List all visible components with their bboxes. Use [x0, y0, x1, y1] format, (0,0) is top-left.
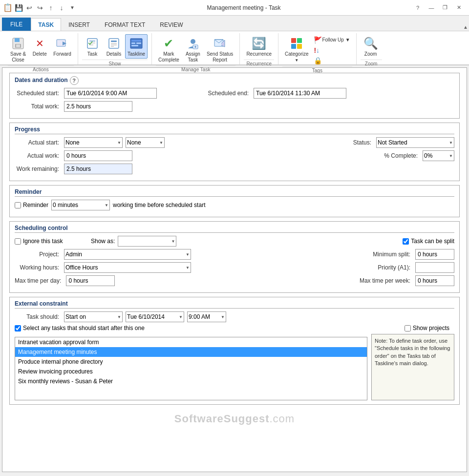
undo-quick-icon[interactable]: ↩	[25, 4, 33, 12]
work-remaining-input[interactable]	[64, 164, 132, 174]
percent-complete-wrapper: 0% 25% 50% 75% 100%	[423, 150, 454, 161]
recurrence-button[interactable]: 🔄 Recurrence	[244, 34, 274, 59]
delete-button[interactable]: ✕ Delete	[29, 34, 50, 59]
show-as-select[interactable]	[118, 236, 176, 247]
zoom-button[interactable]: 🔍 Zoom	[361, 34, 381, 59]
recurrence-label: Recurrence	[246, 51, 272, 57]
more-quick-icon[interactable]: ▼	[68, 4, 76, 12]
help-btn[interactable]: ?	[411, 3, 424, 13]
minimum-split-input[interactable]	[415, 249, 454, 260]
task-list-item[interactable]: Intranet vacation approval form	[15, 337, 367, 347]
show-projects-label[interactable]: Show projects	[405, 325, 449, 331]
task-can-be-split-label[interactable]: Task can be split	[403, 238, 454, 245]
constraint-date-wrapper: Tue 6/10/2014	[126, 311, 184, 322]
redo-quick-icon[interactable]: ↪	[36, 4, 44, 12]
scheduled-end-input[interactable]	[254, 88, 346, 99]
total-work-input[interactable]	[64, 101, 132, 112]
reminder-checkbox-label[interactable]: Reminder	[15, 202, 48, 208]
priority-label: Priority (A1):	[363, 264, 412, 271]
zoom-icon: 🔍	[363, 36, 379, 51]
restore-btn[interactable]: ❐	[439, 3, 451, 13]
assign-task-button[interactable]: Assign Task	[183, 34, 203, 64]
tab-format-text[interactable]: FORMAT TEXT	[97, 18, 152, 31]
delete-icon: ✕	[32, 36, 47, 51]
total-work-row: Total work:	[15, 101, 454, 112]
task-list-item[interactable]: Review invoicing procedures	[15, 367, 367, 376]
details-button[interactable]: Details	[104, 34, 124, 59]
max-time-per-day-input[interactable]	[66, 275, 115, 286]
status-select-wrapper: Not Started In Progress Completed Waitin…	[376, 137, 454, 148]
show-as-wrapper	[118, 236, 176, 247]
tab-review[interactable]: REVIEW	[152, 18, 190, 31]
work-remaining-label: Work remaining:	[15, 166, 61, 172]
show-as-label: Show as:	[91, 238, 115, 245]
constraint-time-wrapper: 9:00 AM	[187, 311, 226, 322]
working-hours-wrapper: Office Hours	[64, 262, 191, 273]
tab-task[interactable]: TASK	[31, 18, 61, 31]
task-view-button[interactable]: Task	[82, 34, 103, 59]
select-tasks-text: Select any tasks that should start after…	[23, 325, 145, 331]
minimum-split-label: Minimum split:	[363, 251, 412, 258]
ribbon-group-tags: Categorize▼ 🚩 Follow Up ▼ ! ↓ 🔒 Tags	[278, 33, 357, 64]
working-hours-select[interactable]: Office Hours	[64, 262, 191, 273]
max-time-per-day-label: Max time per day:	[15, 277, 63, 284]
select-tasks-label[interactable]: Select any tasks that should start after…	[15, 325, 145, 331]
scheduled-start-input[interactable]	[64, 88, 157, 99]
show-projects-checkbox[interactable]	[405, 325, 411, 331]
reminder-time-select[interactable]: 0 minutes 15 minutes 30 minutes 1 hour	[51, 200, 110, 210]
constraint-date-select[interactable]: Tue 6/10/2014	[126, 311, 184, 322]
bottom-section: Intranet vacation approval form Manageme…	[15, 334, 454, 400]
tab-insert[interactable]: INSERT	[61, 18, 97, 31]
project-select[interactable]: Admin	[64, 249, 191, 260]
task-list-item[interactable]: Management meeting minutes	[15, 347, 367, 357]
up-quick-icon[interactable]: ↑	[47, 4, 55, 12]
max-time-per-week-input[interactable]	[415, 275, 454, 286]
follow-up-button[interactable]: 🚩 Follow Up ▼	[312, 35, 352, 45]
taskline-button[interactable]: Taskline	[125, 34, 148, 59]
svg-rect-18	[136, 42, 141, 44]
constraint-time-select[interactable]: 9:00 AM	[187, 311, 226, 322]
actual-work-input[interactable]	[64, 150, 132, 161]
task-list-item[interactable]: Produce internal phone directory	[15, 357, 367, 367]
svg-rect-27	[297, 38, 302, 43]
lock-button[interactable]: 🔒	[312, 56, 352, 65]
scheduled-end-label: Scheduled end:	[202, 90, 251, 97]
assign-task-label: Assign Task	[186, 51, 200, 63]
percent-complete-select[interactable]: 0% 25% 50% 75% 100%	[423, 150, 454, 161]
svg-rect-29	[297, 44, 302, 49]
down-quick-icon[interactable]: ↓	[58, 4, 65, 12]
categorize-button[interactable]: Categorize▼	[282, 34, 311, 64]
minimize-btn[interactable]: —	[425, 3, 438, 13]
save-quick-icon[interactable]: 💾	[15, 4, 22, 12]
scheduled-start-row: Scheduled start: Scheduled end:	[15, 88, 454, 99]
select-tasks-checkbox[interactable]	[15, 325, 21, 331]
dates-help-icon[interactable]: ?	[70, 76, 79, 85]
task-can-be-split-text: Task can be split	[411, 238, 454, 245]
task-list-item[interactable]: Six monthly reviews - Susan & Peter	[15, 376, 367, 386]
reminder-checkbox[interactable]	[15, 202, 21, 208]
priority-input[interactable]	[415, 262, 454, 273]
reminder-time-wrapper: 0 minutes 15 minutes 30 minutes 1 hour	[51, 200, 110, 210]
svg-rect-3	[16, 44, 20, 47]
task-can-be-split-checkbox[interactable]	[403, 238, 409, 245]
title-bar: 📋 💾 ↩ ↪ ↑ ↓ ▼ Management meeting - Task …	[0, 0, 469, 16]
importance-button[interactable]: ! ↓	[312, 45, 352, 55]
forward-button[interactable]: Forward	[51, 34, 74, 59]
project-wrapper: Admin	[64, 249, 191, 260]
ribbon-collapse-btn[interactable]: ▲	[462, 23, 469, 31]
mark-complete-button[interactable]: ✔ Mark Complete	[156, 34, 182, 64]
ignore-task-label[interactable]: Ignore this task	[15, 238, 78, 245]
actual-start-select1[interactable]: None	[64, 137, 123, 148]
follow-up-label: Follow Up ▼	[322, 37, 350, 43]
tab-file[interactable]: FILE	[2, 18, 31, 31]
send-status-button[interactable]: Send Status Report	[204, 34, 235, 64]
actual-start-select2[interactable]: None	[126, 137, 165, 148]
status-select[interactable]: Not Started In Progress Completed Waitin…	[376, 137, 454, 148]
ignore-task-checkbox[interactable]	[15, 238, 21, 245]
ribbon-group-zoom: 🔍 Zoom Zoom	[357, 33, 386, 64]
close-btn[interactable]: ✕	[452, 3, 465, 13]
save-close-button[interactable]: Save & Close	[8, 34, 28, 64]
taskline-icon	[128, 36, 144, 51]
ribbon-group-actions-items: Save & Close ✕ Delete Forward	[8, 33, 74, 64]
task-should-select[interactable]: Start on Finish on Start after Finish be…	[64, 311, 123, 322]
